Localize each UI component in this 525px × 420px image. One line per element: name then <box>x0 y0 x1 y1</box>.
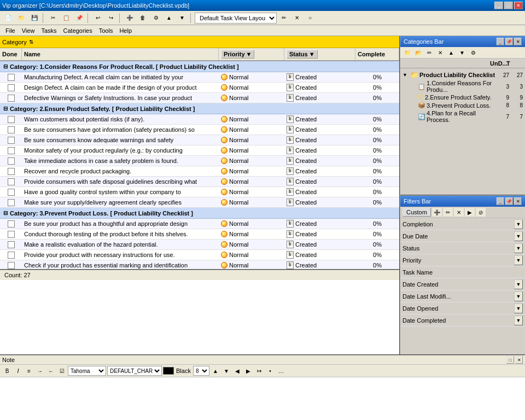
task-checkbox[interactable] <box>8 220 15 228</box>
note-content[interactable] <box>0 377 525 420</box>
task-row[interactable]: Check if your product has essential mark… <box>0 260 399 269</box>
copy-button[interactable]: 📋 <box>60 13 72 24</box>
cat-tree-child-0[interactable]: 📋 1.Consider Reasons For Produ... 3 3 <box>401 79 524 94</box>
task-row[interactable]: Take immediate actions in case a safety … <box>0 156 399 166</box>
task-done-cell[interactable] <box>0 220 22 228</box>
note-bullet-btn[interactable]: • <box>265 366 275 375</box>
task-done-cell[interactable] <box>0 84 22 92</box>
filter-edit-btn[interactable]: ✏ <box>443 208 453 217</box>
filters-pin-btn[interactable]: 📌 <box>505 197 513 205</box>
task-row[interactable]: Provide consumers with safe disposal gui… <box>0 177 399 187</box>
note-bold-btn[interactable]: B <box>2 366 12 375</box>
cat-move-up-btn[interactable]: ▲ <box>446 48 456 57</box>
note-color-swatch[interactable] <box>163 367 174 375</box>
task-checkbox[interactable] <box>8 95 15 102</box>
note-indent2-btn[interactable]: ↦ <box>254 366 264 375</box>
task-checkbox[interactable] <box>8 241 15 248</box>
undo-button[interactable]: ↩ <box>92 13 104 24</box>
note-italic-btn[interactable]: I <box>13 366 23 375</box>
add-task-button[interactable]: ➕ <box>124 13 136 24</box>
task-row[interactable]: Design Defect. A claim can be made if th… <box>0 83 399 93</box>
category-sort-bar[interactable]: Category ⇅ <box>0 36 399 48</box>
category-toggle-0[interactable]: ⊟ <box>3 63 8 69</box>
category-header-0[interactable]: ⊟Category: 1.Consider Reasons For Produc… <box>0 61 399 72</box>
task-checkbox[interactable] <box>8 137 15 144</box>
layout-btn3[interactable]: ○ <box>304 13 316 24</box>
cat-add-btn[interactable]: 📁 <box>402 48 412 57</box>
task-done-cell[interactable] <box>0 230 22 238</box>
task-done-cell[interactable] <box>0 188 22 196</box>
categories-pin-btn[interactable]: 📌 <box>505 38 513 45</box>
task-done-cell[interactable] <box>0 136 22 144</box>
task-done-cell[interactable] <box>0 157 22 165</box>
note-style-select[interactable]: DEFAULT_CHAR <box>107 366 162 376</box>
delete-button[interactable]: 🗑 <box>137 13 149 24</box>
filter-arrow-3[interactable]: ▼ <box>514 255 523 265</box>
note-extra-btn[interactable]: … <box>276 366 286 375</box>
task-done-cell[interactable] <box>0 261 22 270</box>
cut-button[interactable]: ✂ <box>47 13 59 24</box>
categories-close-btn[interactable]: ✕ <box>514 38 522 45</box>
task-done-cell[interactable] <box>0 178 22 186</box>
task-checkbox[interactable] <box>8 252 15 259</box>
filter-apply-btn[interactable]: ▶ <box>465 208 475 217</box>
task-row[interactable]: Recover and recycle product packaging. N… <box>0 166 399 177</box>
cat-edit-btn[interactable]: ✏ <box>424 48 434 57</box>
note-font-select[interactable]: Tahoma <box>68 366 106 376</box>
th-status[interactable]: Status ▼ <box>284 48 355 60</box>
filter-arrow-8[interactable]: ▼ <box>514 316 523 325</box>
category-toggle-1[interactable]: ⊟ <box>3 106 8 112</box>
properties-button[interactable]: ⚙ <box>150 13 162 24</box>
filter-delete-btn[interactable]: ✕ <box>454 208 464 217</box>
task-row[interactable]: Provide your product with necessary inst… <box>0 250 399 260</box>
task-checkbox[interactable] <box>8 147 15 154</box>
filter-arrow-0[interactable]: ▼ <box>514 219 523 229</box>
menu-help[interactable]: Help <box>116 26 135 35</box>
task-checkbox[interactable] <box>8 231 15 238</box>
cat-settings-btn[interactable]: ⚙ <box>468 48 478 57</box>
note-outdent-btn[interactable]: ← <box>46 366 56 375</box>
task-row[interactable]: Monitor safety of your product regularly… <box>0 145 399 156</box>
priority-sort-btn[interactable]: Priority ▼ <box>221 50 254 59</box>
note-size-up-btn[interactable]: ▲ <box>211 366 220 375</box>
task-done-cell[interactable] <box>0 73 22 81</box>
cat-move-down-btn[interactable]: ▼ <box>457 48 467 57</box>
cat-add-sub-btn[interactable]: 📂 <box>413 48 423 57</box>
task-checkbox[interactable] <box>8 84 15 91</box>
move-down-button[interactable]: ▼ <box>176 13 188 24</box>
task-checkbox[interactable] <box>8 116 15 123</box>
task-checkbox[interactable] <box>8 178 15 185</box>
task-row[interactable]: Be sure your product has a thoughtful an… <box>0 219 399 229</box>
layout-selector[interactable]: Default Task View Layout <box>195 13 277 24</box>
status-sort-btn[interactable]: Status ▼ <box>287 50 318 59</box>
sort-icon[interactable]: ⇅ <box>29 39 33 45</box>
category-header-1[interactable]: ⊟Category: 2.Ensure Product Safety. [ Pr… <box>0 103 399 114</box>
task-checkbox[interactable] <box>8 189 15 196</box>
note-align-left-btn[interactable]: ◀ <box>232 366 242 375</box>
filter-arrow-6[interactable]: ▼ <box>514 291 523 301</box>
cat-tree-child-3[interactable]: 🔄 4.Plan for a Recall Process. 7 7 <box>401 109 524 124</box>
category-toggle-2[interactable]: ⊟ <box>3 210 8 216</box>
new-button[interactable]: 📄 <box>2 13 14 24</box>
paste-button[interactable]: 📌 <box>73 13 85 24</box>
filter-arrow-2[interactable]: ▼ <box>514 243 523 253</box>
filter-add-btn[interactable]: ➕ <box>432 208 442 217</box>
task-row[interactable]: Manufacturing Defect. A recall claim can… <box>0 72 399 83</box>
category-header-2[interactable]: ⊟Category: 3.Prevent Product Loss. [ Pro… <box>0 208 399 219</box>
filter-arrow-7[interactable]: ▼ <box>514 304 523 313</box>
task-row[interactable]: Be sure consumers know adequate warnings… <box>0 135 399 145</box>
layout-btn2[interactable]: ✕ <box>291 13 303 24</box>
open-button[interactable]: 📁 <box>15 13 27 24</box>
filters-minimize-btn[interactable]: _ <box>497 197 504 205</box>
task-done-cell[interactable] <box>0 115 22 124</box>
task-done-cell[interactable] <box>0 126 22 134</box>
cat-tree-root[interactable]: ▼ 📁 Product Liability Checklist 27 27 <box>401 71 524 79</box>
cat-tree-child-2[interactable]: 📦 3.Prevent Product Loss. 8 8 <box>401 101 524 109</box>
filter-arrow-1[interactable]: ▼ <box>514 231 523 241</box>
filter-arrow-5[interactable]: ▼ <box>514 279 523 289</box>
note-align-center-btn[interactable]: ▶ <box>243 366 253 375</box>
menu-categories[interactable]: Categories <box>60 26 96 35</box>
save-button[interactable]: 💾 <box>28 13 40 24</box>
layout-btn1[interactable]: ✏ <box>278 13 290 24</box>
menu-tasks[interactable]: Tasks <box>38 26 60 35</box>
